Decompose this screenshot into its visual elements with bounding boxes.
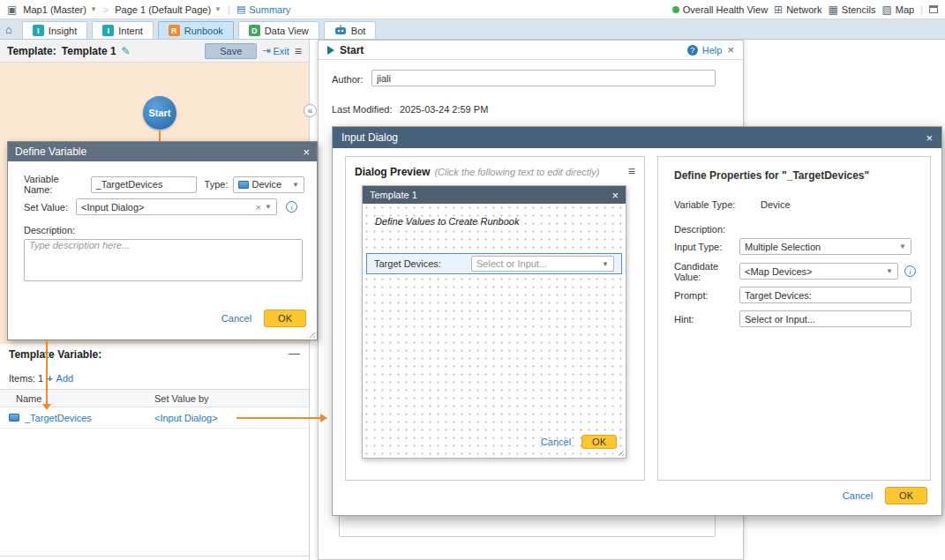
- modal-title: Input Dialog: [341, 131, 398, 144]
- variable-type-row: Variable Type: Device: [674, 196, 916, 213]
- app-root: ▣ Map1 (Master) ▼ > Page 1 (Default Page…: [0, 0, 945, 560]
- ok-button[interactable]: OK: [581, 435, 617, 449]
- input-type-value: Multiple Selection: [745, 242, 821, 252]
- set-value-by-cell[interactable]: <Input Dialog>: [150, 413, 218, 423]
- summary-button[interactable]: ▤ Summary: [236, 4, 290, 15]
- close-icon[interactable]: ×: [727, 43, 734, 56]
- preview-heading[interactable]: Define Values to Create Runbook: [375, 216, 519, 227]
- close-icon[interactable]: ×: [926, 131, 933, 145]
- author-field[interactable]: [371, 70, 716, 86]
- set-value-dropdown[interactable]: <Input Dialog> × ▼: [76, 198, 277, 215]
- chevron-down-icon: ▼: [90, 5, 97, 13]
- runbook-icon: R: [169, 25, 180, 36]
- tab-bot[interactable]: Bot: [324, 21, 377, 39]
- info-icon[interactable]: i: [904, 265, 916, 277]
- hint-field[interactable]: [739, 310, 911, 327]
- author-label: Author:: [332, 74, 363, 85]
- device-icon: [9, 414, 19, 422]
- description-field[interactable]: [24, 239, 303, 281]
- panel-menu-icon[interactable]: ≡: [295, 44, 302, 58]
- prompt-field[interactable]: [739, 287, 911, 303]
- variable-type-value: Device: [761, 199, 791, 210]
- preview-menu-icon[interactable]: ≡: [628, 164, 635, 178]
- map-title: Map1 (Master): [23, 4, 86, 15]
- add-variable-button[interactable]: Add: [56, 373, 74, 384]
- variable-name-cell[interactable]: _TargetDevices: [25, 413, 92, 423]
- define-variable-title-bar[interactable]: Define Variable ×: [8, 142, 317, 161]
- exit-button[interactable]: ⇥ Exit: [262, 45, 289, 56]
- home-icon[interactable]: ⌂: [5, 23, 12, 36]
- tab-label: Bot: [351, 26, 366, 36]
- page-selector[interactable]: Page 1 (Default Page) ▼: [115, 4, 221, 15]
- preview-window-title: Template 1: [370, 190, 417, 200]
- dialog-preview-section: Dialog Preview (Click the following text…: [345, 156, 645, 481]
- bot-icon: [334, 24, 347, 37]
- tab-runbook[interactable]: R Runbook: [158, 21, 234, 39]
- tab-label: Runbook: [184, 26, 223, 36]
- network-button[interactable]: ⊞ Network: [774, 4, 821, 16]
- preview-header: Dialog Preview (Click the following text…: [355, 166, 619, 178]
- chevron-down-icon: ▼: [292, 181, 299, 189]
- clear-icon[interactable]: ×: [256, 202, 261, 213]
- edit-pencil-icon[interactable]: ✎: [122, 45, 131, 57]
- network-icon: ⊞: [774, 4, 783, 16]
- map-button[interactable]: ▧ Map: [881, 4, 914, 16]
- map-document-icon: ▣: [7, 4, 17, 16]
- top-bar: ▣ Map1 (Master) ▼ > Page 1 (Default Page…: [0, 0, 945, 19]
- resize-handle[interactable]: [616, 448, 624, 456]
- help-label: Help: [702, 45, 723, 56]
- input-dialog-modal: Input Dialog × Dialog Preview (Click the…: [332, 126, 942, 516]
- overall-health-view-button[interactable]: Overall Health View: [672, 4, 768, 15]
- cancel-button[interactable]: Cancel: [221, 313, 251, 324]
- target-devices-field-row[interactable]: Target Devices: Select or Input... ▼: [366, 253, 622, 274]
- start-panel-header: Start ? Help ×: [319, 41, 743, 60]
- last-modified-label: Last Modified:: [332, 104, 392, 115]
- map-selector[interactable]: Map1 (Master) ▼: [23, 4, 96, 15]
- stencils-label: Stencils: [842, 4, 876, 15]
- ok-button[interactable]: OK: [264, 310, 306, 327]
- input-type-dropdown[interactable]: Multiple Selection ▼: [739, 238, 911, 255]
- chevron-down-icon: ▼: [886, 267, 893, 275]
- exit-icon: ⇥: [262, 45, 270, 56]
- cancel-button[interactable]: Cancel: [541, 437, 571, 447]
- properties-title: Define Properties for "_TargetDevices": [674, 169, 869, 182]
- template-header: Template: Template 1 ✎ Save ⇥ Exit ≡: [0, 40, 309, 63]
- add-plus-icon: +: [47, 373, 52, 384]
- variable-name-field[interactable]: [91, 176, 197, 193]
- data-view-icon: D: [249, 25, 260, 36]
- dropdown-placeholder: Select or Input...: [476, 258, 547, 269]
- tab-data-view[interactable]: D Data View: [238, 21, 319, 39]
- target-devices-dropdown[interactable]: Select or Input... ▼: [471, 256, 614, 272]
- preview-footer: Cancel OK: [541, 435, 617, 449]
- stencils-button[interactable]: ▦ Stencils: [829, 4, 876, 16]
- exit-label: Exit: [273, 46, 289, 56]
- info-icon[interactable]: i: [286, 201, 297, 213]
- target-devices-label[interactable]: Target Devices:: [374, 258, 441, 269]
- candidate-value-dropdown[interactable]: <Map Devices> ▼: [739, 263, 898, 280]
- breadcrumb-separator: >: [103, 4, 109, 15]
- cancel-button[interactable]: Cancel: [843, 490, 873, 501]
- annotation-line-horizontal: [236, 417, 320, 419]
- input-dialog-title-bar[interactable]: Input Dialog ×: [333, 127, 941, 148]
- description-row: Description:: [674, 220, 916, 237]
- type-dropdown[interactable]: Device ▼: [233, 176, 305, 193]
- help-button[interactable]: ? Help: [687, 45, 723, 56]
- description-label: Description:: [674, 224, 739, 235]
- chevron-down-icon: ▼: [265, 203, 272, 211]
- collapse-minus-icon[interactable]: —: [289, 347, 300, 360]
- set-value-label: Set Value:: [24, 202, 68, 213]
- close-icon[interactable]: ×: [303, 146, 310, 159]
- save-button[interactable]: Save: [205, 43, 257, 59]
- type-value: Device: [252, 179, 282, 190]
- chevron-down-icon: ▼: [602, 260, 609, 268]
- panel-collapse-button[interactable]: «: [304, 104, 317, 117]
- dialog-title: Define Variable: [15, 146, 86, 158]
- tab-intent[interactable]: I Intent: [92, 21, 154, 39]
- start-flow-node[interactable]: Start: [143, 96, 176, 130]
- resize-handle[interactable]: [307, 330, 315, 338]
- window-layout-icon[interactable]: [929, 5, 938, 13]
- close-icon[interactable]: ×: [611, 189, 619, 202]
- ok-button[interactable]: OK: [885, 487, 927, 504]
- tab-insight[interactable]: I Insight: [22, 21, 87, 39]
- prompt-row: Prompt:: [674, 287, 916, 303]
